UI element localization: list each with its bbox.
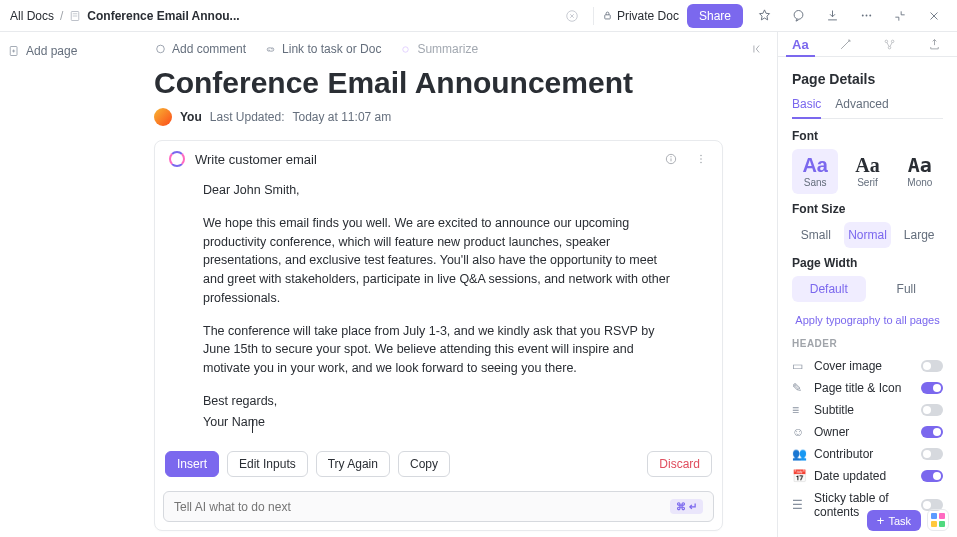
text-caret (252, 419, 253, 433)
link-icon (264, 43, 277, 56)
panel-tab-typography[interactable]: Aa (778, 32, 823, 56)
privacy-indicator[interactable]: Private Doc (602, 9, 679, 23)
svg-point-11 (403, 46, 408, 51)
ai-followup-input[interactable] (174, 500, 670, 514)
insert-button[interactable]: Insert (165, 451, 219, 477)
header-section-caption: HEADER (792, 338, 943, 349)
svg-point-17 (700, 162, 702, 164)
page-title[interactable]: Conference Email Announcement (112, 62, 765, 108)
edit-inputs-button[interactable]: Edit Inputs (227, 451, 308, 477)
row-owner: Owner (814, 425, 913, 439)
svg-point-7 (865, 15, 867, 17)
ai-body[interactable]: Dear John Smith, We hope this email find… (155, 177, 722, 445)
kbd-hint: ⌘ ↵ (670, 499, 703, 514)
subtab-advanced[interactable]: Advanced (835, 97, 888, 118)
breadcrumb-current[interactable]: Conference Email Annou... (87, 9, 239, 23)
breadcrumb-root[interactable]: All Docs (10, 9, 54, 23)
svg-point-16 (700, 158, 702, 160)
ai-more-icon[interactable] (694, 152, 708, 166)
try-again-button[interactable]: Try Again (316, 451, 390, 477)
email-signoff: Best regards, (203, 392, 674, 411)
size-large[interactable]: Large (895, 222, 943, 248)
row-page-title: Page title & Icon (814, 381, 913, 395)
doc-meta: You Last Updated: Today at 11:07 am (112, 108, 765, 140)
svg-point-5 (794, 11, 803, 20)
share-button[interactable]: Share (687, 4, 743, 28)
author-name: You (180, 110, 202, 124)
toc-icon: ☰ (792, 498, 806, 512)
download-icon[interactable] (819, 3, 845, 29)
row-contributor: Contributor (814, 447, 913, 461)
svg-point-18 (886, 40, 889, 43)
svg-point-10 (157, 45, 165, 53)
panel-collapse-icon[interactable] (751, 42, 765, 56)
info-icon[interactable] (664, 152, 678, 166)
svg-point-19 (892, 40, 895, 43)
svg-point-14 (670, 156, 671, 157)
relations-icon (882, 37, 897, 52)
svg-point-6 (861, 15, 863, 17)
link-task-button[interactable]: Link to task or Doc (264, 42, 381, 56)
width-default[interactable]: Default (792, 276, 866, 302)
summarize-button[interactable]: Summarize (399, 42, 478, 56)
image-icon: ▭ (792, 359, 806, 373)
owner-icon: ☺ (792, 425, 806, 439)
size-normal[interactable]: Normal (844, 222, 892, 248)
panel-tab-ai[interactable] (823, 32, 868, 56)
updated-label: Last Updated: (210, 110, 285, 124)
ai-orb-icon (169, 151, 185, 167)
discard-button[interactable]: Discard (647, 451, 712, 477)
add-page-icon (8, 45, 20, 57)
panel-tab-relations[interactable] (868, 32, 913, 56)
collapse-icon[interactable] (887, 3, 913, 29)
toggle-owner[interactable] (921, 426, 943, 438)
email-para: We hope this email finds you well. We ar… (203, 214, 674, 308)
wand-icon (838, 37, 853, 52)
updated-value: Today at 11:07 am (293, 110, 392, 124)
comment-bubble-icon[interactable] (785, 3, 811, 29)
svg-point-15 (700, 155, 702, 157)
row-subtitle: Subtitle (814, 403, 913, 417)
copy-button[interactable]: Copy (398, 451, 450, 477)
clear-icon[interactable] (559, 3, 585, 29)
email-greeting: Dear John Smith, (203, 181, 674, 200)
sparkle-icon (399, 43, 412, 56)
new-task-button[interactable]: +Task (867, 510, 921, 531)
svg-point-20 (889, 46, 892, 49)
panel-tab-export[interactable] (912, 32, 957, 56)
email-para: The conference will take place from July… (203, 322, 674, 378)
font-mono[interactable]: AaMono (897, 149, 943, 194)
close-icon[interactable] (921, 3, 947, 29)
more-icon[interactable] (853, 3, 879, 29)
email-signature: Your Name (203, 413, 674, 432)
add-comment-button[interactable]: Add comment (154, 42, 246, 56)
subtitle-icon: ≡ (792, 403, 806, 417)
font-sans[interactable]: AaSans (792, 149, 838, 194)
title-icon: ✎ (792, 381, 806, 395)
svg-point-8 (869, 15, 871, 17)
contrib-icon: 👥 (792, 447, 806, 461)
apply-typography-link[interactable]: Apply typography to all pages (792, 314, 943, 326)
breadcrumb-separator: / (60, 9, 63, 23)
toggle-contributor[interactable] (921, 448, 943, 460)
panel-title: Page Details (792, 71, 943, 87)
font-section-label: Font (792, 129, 943, 143)
toggle-cover-image[interactable] (921, 360, 943, 372)
font-size-label: Font Size (792, 202, 943, 216)
doc-icon (69, 10, 81, 22)
font-serif[interactable]: AaSerif (844, 149, 890, 194)
ai-prompt-title: Write customer email (195, 152, 317, 167)
width-full[interactable]: Full (870, 276, 944, 302)
star-icon[interactable] (751, 3, 777, 29)
date-icon: 📅 (792, 469, 806, 483)
toggle-date-updated[interactable] (921, 470, 943, 482)
ai-input-wrapper: ⌘ ↵ (163, 491, 714, 522)
comment-icon (154, 43, 167, 56)
size-small[interactable]: Small (792, 222, 840, 248)
toggle-page-title[interactable] (921, 382, 943, 394)
apps-launcher[interactable] (927, 509, 949, 531)
toggle-subtitle[interactable] (921, 404, 943, 416)
row-date-updated: Date updated (814, 469, 913, 483)
add-page-button[interactable]: Add page (8, 44, 92, 58)
subtab-basic[interactable]: Basic (792, 97, 821, 119)
